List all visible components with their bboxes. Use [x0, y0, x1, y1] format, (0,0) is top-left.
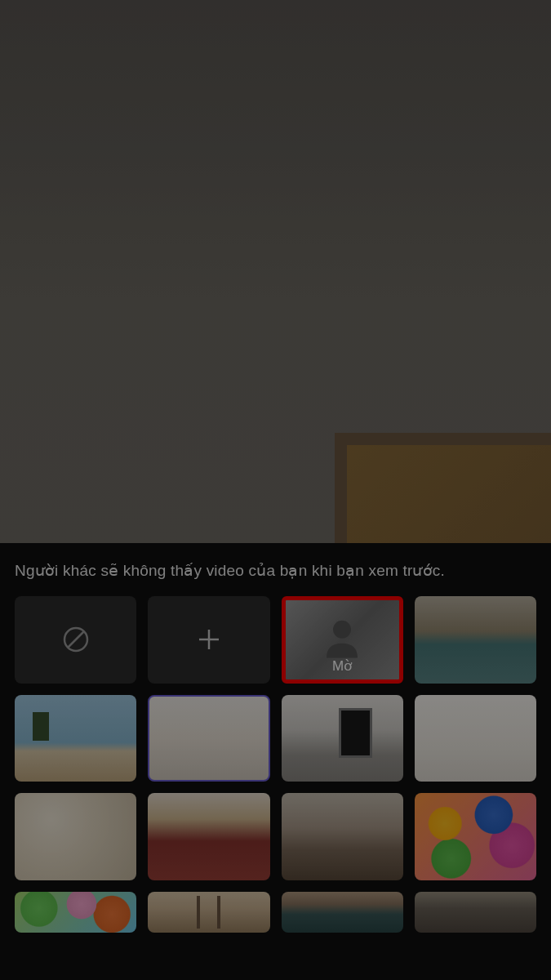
background-add-tile[interactable]	[148, 596, 269, 684]
blur-label: Mờ	[332, 657, 352, 675]
bg-white-room-tile[interactable]	[148, 695, 269, 782]
svg-point-4	[333, 621, 351, 639]
background-blur-tile[interactable]: Mờ	[282, 596, 403, 684]
plus-icon	[194, 625, 224, 654]
bg-lounge-red-tile[interactable]	[148, 793, 269, 880]
bg-loft-interior-tile[interactable]	[282, 793, 403, 880]
svg-line-1	[68, 631, 84, 648]
background-grid: Mờ	[15, 596, 536, 880]
camera-preview	[0, 0, 551, 543]
bg-mirror-room-tile[interactable]	[282, 695, 403, 782]
bg-beach-palms-tile[interactable]	[15, 695, 136, 782]
background-picker-panel: Người khác sẽ không thấy video của bạn k…	[0, 543, 551, 980]
bg-balloons-party-tile[interactable]	[15, 892, 136, 933]
bg-white-gallery-tile[interactable]	[415, 695, 536, 782]
bg-abstract-swirl-tile[interactable]	[15, 793, 136, 880]
preview-notice: Người khác sẽ không thấy video của bạn k…	[15, 561, 536, 580]
person-silhouette-icon	[320, 614, 364, 658]
bg-balloons-colorful-tile[interactable]	[415, 793, 536, 880]
background-grid-partial	[15, 892, 536, 933]
bg-office-lockers-tile[interactable]	[415, 596, 536, 684]
bg-classroom-tile[interactable]	[415, 892, 536, 933]
bg-library-room-tile[interactable]	[282, 892, 403, 933]
none-icon	[61, 625, 91, 654]
bg-golden-bridge-tile[interactable]	[148, 892, 269, 933]
background-none-tile[interactable]	[15, 596, 136, 684]
